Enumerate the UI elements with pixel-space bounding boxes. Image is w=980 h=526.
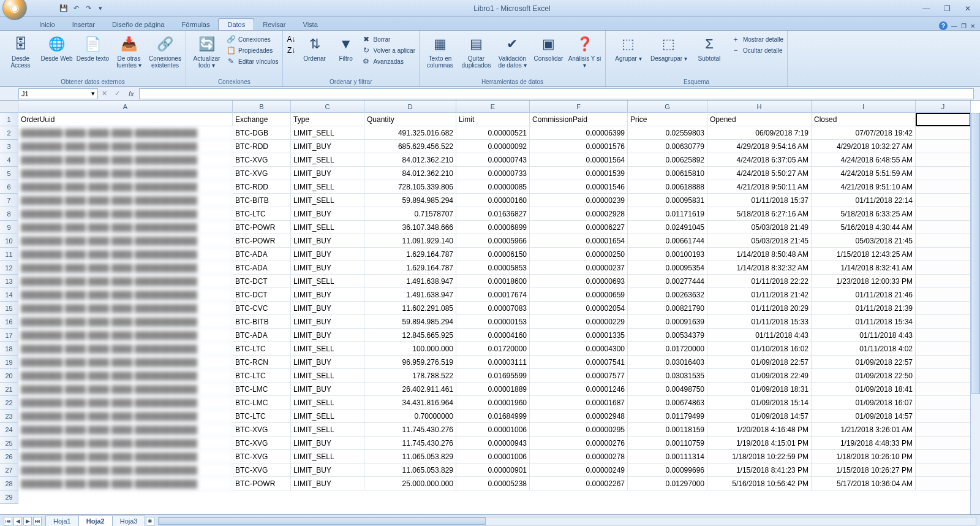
cell[interactable]: [916, 329, 971, 342]
row-header-10[interactable]: 10: [0, 234, 18, 248]
cell[interactable]: [916, 342, 971, 356]
cell[interactable]: 0.00000092: [456, 140, 530, 153]
cell[interactable]: ████████-████-████-████-████████████: [18, 153, 233, 167]
cell[interactable]: ████████-████-████-████-████████████: [18, 477, 233, 490]
cell[interactable]: 0.00005966: [456, 234, 530, 248]
row-header-18[interactable]: 18: [0, 342, 18, 356]
cell[interactable]: 0.00625892: [628, 153, 707, 167]
cell[interactable]: 0.00821790: [628, 302, 707, 315]
cell[interactable]: BTC-XVG: [233, 436, 291, 450]
insert-sheet-button[interactable]: ✱: [146, 517, 154, 525]
desagrupar--button[interactable]: ⬚Desagrupar ▾: [650, 32, 688, 62]
cell[interactable]: 1.491.638.947: [364, 275, 456, 288]
cell[interactable]: 4/29/2018 10:32:27 AM: [812, 140, 916, 153]
cell[interactable]: 1.629.164.787: [364, 248, 456, 261]
cell[interactable]: 01/09/2018 15:14: [707, 396, 812, 410]
cell[interactable]: 0.00000237: [530, 261, 628, 275]
cell[interactable]: 11.745.430.276: [364, 436, 456, 450]
cell[interactable]: 01/11/2018 21:46: [812, 288, 916, 302]
cell[interactable]: Quantity: [364, 113, 456, 126]
name-box-dropdown-icon[interactable]: ▾: [91, 90, 95, 97]
tab-revisar[interactable]: Revisar: [254, 19, 294, 30]
qat-redo[interactable]: ↷: [83, 4, 93, 13]
row-header-24[interactable]: 24: [0, 423, 18, 436]
row-header-7[interactable]: 7: [0, 194, 18, 207]
cell[interactable]: [916, 113, 971, 126]
cell[interactable]: 0.00006899: [456, 221, 530, 234]
desde-texto-button[interactable]: 📄Desde texto: [76, 32, 110, 62]
cell[interactable]: BTC-ADA: [233, 248, 291, 261]
cell[interactable]: 0.00000295: [530, 423, 628, 436]
cell[interactable]: 0.00001539: [530, 167, 628, 180]
row-header-4[interactable]: 4: [0, 153, 18, 167]
cell[interactable]: 0.00018600: [456, 275, 530, 288]
row-header-21[interactable]: 21: [0, 383, 18, 396]
row-header-20[interactable]: 20: [0, 369, 18, 383]
cell[interactable]: ████████-████-████-████-████████████: [18, 302, 233, 315]
de-otras-fuentes--button[interactable]: 📥De otras fuentes ▾: [112, 32, 146, 69]
cell[interactable]: LIMIT_BUY: [291, 234, 364, 248]
cell[interactable]: LIMIT_SELL: [291, 450, 364, 463]
ordenar-button[interactable]: ⇅ Ordenar: [299, 32, 331, 62]
fx-icon[interactable]: fx: [129, 90, 134, 97]
cell[interactable]: LIMIT_SELL: [291, 423, 364, 436]
formula-bar[interactable]: [139, 88, 974, 99]
cell[interactable]: [916, 383, 971, 396]
cell[interactable]: 0.00001006: [456, 423, 530, 436]
cell[interactable]: 1/15/2018 8:41:23 PM: [707, 463, 812, 477]
cell[interactable]: BTC-POWR: [233, 477, 291, 490]
cell[interactable]: 0.00001889: [456, 383, 530, 396]
cell[interactable]: BTC-XVG: [233, 167, 291, 180]
cell[interactable]: ████████-████-████-████-████████████: [18, 396, 233, 410]
doc-close[interactable]: ✕: [970, 23, 975, 29]
cell[interactable]: 26.402.911.461: [364, 383, 456, 396]
sheet-tab-hoja2[interactable]: Hoja2: [78, 516, 113, 526]
cell[interactable]: ████████-████-████-████-████████████: [18, 140, 233, 153]
cell[interactable]: 5/16/2018 10:56:42 PM: [707, 477, 812, 490]
cell[interactable]: 0.00006399: [530, 126, 628, 140]
cell[interactable]: 0.00000743: [456, 153, 530, 167]
cell[interactable]: BTC-RDD: [233, 140, 291, 153]
cell[interactable]: ████████-████-████-████-████████████: [18, 207, 233, 221]
cell[interactable]: 1/18/2018 10:22:59 PM: [707, 450, 812, 463]
row-header-1[interactable]: 1: [0, 113, 18, 126]
cell[interactable]: LIMIT_SELL: [291, 275, 364, 288]
cell[interactable]: ████████-████-████-████-████████████: [18, 423, 233, 436]
cell[interactable]: ████████-████-████-████-████████████: [18, 315, 233, 329]
cell[interactable]: [916, 140, 971, 153]
cell[interactable]: 0.00000901: [456, 463, 530, 477]
cell[interactable]: 01/11/2018 4:43: [812, 329, 916, 342]
cell[interactable]: 01/11/2018 4:43: [707, 329, 812, 342]
row-header-19[interactable]: 19: [0, 356, 18, 369]
cell[interactable]: ████████-████-████-████-████████████: [18, 194, 233, 207]
cell[interactable]: BTC-XVG: [233, 463, 291, 477]
cell[interactable]: 1.629.164.787: [364, 261, 456, 275]
cell[interactable]: ████████-████-████-████-████████████: [18, 167, 233, 180]
cell[interactable]: 11.065.053.829: [364, 450, 456, 463]
cell[interactable]: 0.03016403: [628, 356, 707, 369]
cell[interactable]: 0.00001654: [530, 234, 628, 248]
row-header-14[interactable]: 14: [0, 288, 18, 302]
cell[interactable]: 178.788.522: [364, 369, 456, 383]
cell[interactable]: 4/21/2018 9:51:10 AM: [812, 180, 916, 194]
cell[interactable]: 0.01297000: [628, 477, 707, 490]
cell[interactable]: 0.00263632: [628, 288, 707, 302]
cell[interactable]: CommissionPaid: [530, 113, 628, 126]
tab-fórmulas[interactable]: Fórmulas: [173, 19, 219, 30]
cell[interactable]: 0.00630779: [628, 140, 707, 153]
row-header-22[interactable]: 22: [0, 396, 18, 410]
cell[interactable]: 36.107.348.666: [364, 221, 456, 234]
cell[interactable]: BTC-DCT: [233, 275, 291, 288]
cell[interactable]: BTC-XVG: [233, 450, 291, 463]
cell[interactable]: 01/11/2018 22:14: [812, 194, 916, 207]
cell[interactable]: [916, 261, 971, 275]
cell[interactable]: 0.00004160: [456, 329, 530, 342]
texto-en-columnas-button[interactable]: ▦Texto en columnas: [423, 32, 457, 69]
cell[interactable]: 491.325.016.682: [364, 126, 456, 140]
cell[interactable]: LIMIT_BUY: [291, 207, 364, 221]
cell[interactable]: 0.00618888: [628, 180, 707, 194]
row-header-27[interactable]: 27: [0, 463, 18, 477]
validaci-n-de-datos--button[interactable]: ✔Validación de datos ▾: [496, 32, 529, 69]
sort-asc-button[interactable]: A↓: [287, 34, 296, 44]
cell[interactable]: 01/11/2018 21:42: [707, 288, 812, 302]
